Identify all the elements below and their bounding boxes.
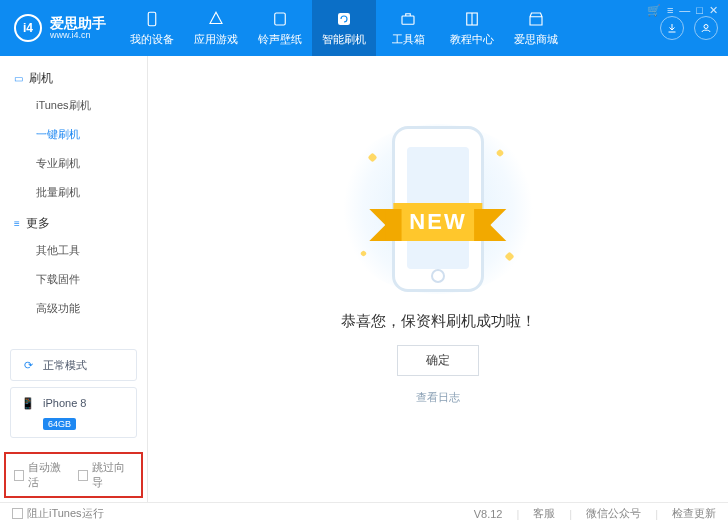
refresh-small-icon: ⟳ — [20, 357, 36, 373]
brand-logo: i4 爱思助手 www.i4.cn — [14, 14, 106, 42]
sidebar-item-advanced[interactable]: 高级功能 — [0, 294, 147, 323]
version-label: V8.12 — [474, 508, 503, 520]
options-row: 自动激活 跳过向导 — [4, 452, 143, 498]
svg-rect-3 — [402, 16, 414, 24]
music-icon — [270, 9, 290, 29]
auto-activate-checkbox[interactable]: 自动激活 — [14, 460, 70, 490]
header-right — [660, 16, 718, 40]
checkbox-label: 阻止iTunes运行 — [27, 506, 104, 521]
check-update-link[interactable]: 检查更新 — [672, 506, 716, 521]
mode-label: 正常模式 — [43, 358, 87, 373]
window-controls: 🛒 ≡ — □ ✕ — [647, 4, 718, 17]
nav-label: 应用游戏 — [194, 32, 238, 47]
status-bar: 阻止iTunes运行 V8.12 | 客服 | 微信公众号 | 检查更新 — [0, 502, 728, 524]
svg-rect-0 — [148, 12, 156, 26]
brand-name: 爱思助手 — [50, 16, 106, 30]
menu-icon[interactable]: ≡ — [667, 4, 673, 17]
brand-url: www.i4.cn — [50, 30, 106, 40]
storage-badge: 64GB — [43, 418, 76, 430]
nav-label: 教程中心 — [450, 32, 494, 47]
new-ribbon: NEW — [393, 203, 482, 241]
svg-point-5 — [704, 25, 708, 29]
sidebar-item-download-firmware[interactable]: 下载固件 — [0, 265, 147, 294]
block-itunes-checkbox[interactable]: 阻止iTunes运行 — [12, 506, 104, 521]
sidebar-item-oneclick-flash[interactable]: 一键刷机 — [0, 120, 147, 149]
nav-flash[interactable]: 智能刷机 — [312, 0, 376, 56]
store-icon — [526, 9, 546, 29]
ok-button[interactable]: 确定 — [397, 345, 479, 376]
checkbox-icon — [12, 508, 23, 519]
phone-icon — [142, 9, 162, 29]
mode-indicator[interactable]: ⟳ 正常模式 — [10, 349, 137, 381]
group-title: 刷机 — [29, 70, 53, 87]
minimize-icon[interactable]: — — [679, 4, 690, 17]
checkbox-icon — [78, 470, 88, 481]
sidebar-item-pro-flash[interactable]: 专业刷机 — [0, 149, 147, 178]
success-illustration: NEW — [333, 124, 543, 294]
nav-ringtones[interactable]: 铃声壁纸 — [248, 0, 312, 56]
apps-icon — [206, 9, 226, 29]
book-icon — [462, 9, 482, 29]
collapse-icon: ▭ — [14, 73, 23, 84]
nav-my-device[interactable]: 我的设备 — [120, 0, 184, 56]
top-nav: 我的设备 应用游戏 铃声壁纸 智能刷机 工具箱 教程中心 爱思商城 — [120, 0, 568, 56]
nav-label: 工具箱 — [392, 32, 425, 47]
collapse-icon: ≡ — [14, 218, 20, 229]
sidebar-bottom: ⟳ 正常模式 📱 iPhone 8 64GB — [0, 341, 147, 452]
nav-toolbox[interactable]: 工具箱 — [376, 0, 440, 56]
sidebar-group-flash[interactable]: ▭ 刷机 — [0, 62, 147, 91]
refresh-icon — [334, 9, 354, 29]
footer-right: V8.12 | 客服 | 微信公众号 | 检查更新 — [474, 506, 716, 521]
logo-badge: i4 — [14, 14, 42, 42]
sidebar-item-batch-flash[interactable]: 批量刷机 — [0, 178, 147, 207]
device-indicator[interactable]: 📱 iPhone 8 64GB — [10, 387, 137, 438]
close-icon[interactable]: ✕ — [709, 4, 718, 17]
nav-store[interactable]: 爱思商城 — [504, 0, 568, 56]
checkbox-icon — [14, 470, 24, 481]
nav-tutorials[interactable]: 教程中心 — [440, 0, 504, 56]
skip-guide-checkbox[interactable]: 跳过向导 — [78, 460, 134, 490]
sidebar-group-more[interactable]: ≡ 更多 — [0, 207, 147, 236]
maximize-icon[interactable]: □ — [696, 4, 703, 17]
checkbox-label: 自动激活 — [28, 460, 69, 490]
sidebar-list: ▭ 刷机 iTunes刷机 一键刷机 专业刷机 批量刷机 ≡ 更多 其他工具 下… — [0, 56, 147, 341]
nav-label: 铃声壁纸 — [258, 32, 302, 47]
ribbon-text: NEW — [393, 203, 482, 241]
main-panel: NEW 恭喜您，保资料刷机成功啦！ 确定 查看日志 — [148, 56, 728, 502]
sidebar: ▭ 刷机 iTunes刷机 一键刷机 专业刷机 批量刷机 ≡ 更多 其他工具 下… — [0, 56, 148, 502]
view-log-link[interactable]: 查看日志 — [416, 390, 460, 405]
wechat-link[interactable]: 微信公众号 — [586, 506, 641, 521]
device-phone-icon: 📱 — [20, 395, 36, 411]
nav-label: 智能刷机 — [322, 32, 366, 47]
device-name: iPhone 8 — [43, 397, 86, 409]
nav-label: 我的设备 — [130, 32, 174, 47]
cart-icon[interactable]: 🛒 — [647, 4, 661, 17]
user-button[interactable] — [694, 16, 718, 40]
checkbox-label: 跳过向导 — [92, 460, 133, 490]
svg-rect-1 — [275, 13, 286, 25]
support-link[interactable]: 客服 — [533, 506, 555, 521]
sidebar-item-itunes-flash[interactable]: iTunes刷机 — [0, 91, 147, 120]
nav-label: 爱思商城 — [514, 32, 558, 47]
group-title: 更多 — [26, 215, 50, 232]
app-header: 🛒 ≡ — □ ✕ i4 爱思助手 www.i4.cn 我的设备 应用游戏 铃声… — [0, 0, 728, 56]
success-message: 恭喜您，保资料刷机成功啦！ — [341, 312, 536, 331]
download-button[interactable] — [660, 16, 684, 40]
toolbox-icon — [398, 9, 418, 29]
app-body: ▭ 刷机 iTunes刷机 一键刷机 专业刷机 批量刷机 ≡ 更多 其他工具 下… — [0, 56, 728, 502]
nav-apps[interactable]: 应用游戏 — [184, 0, 248, 56]
svg-rect-2 — [338, 13, 350, 25]
sidebar-item-other-tools[interactable]: 其他工具 — [0, 236, 147, 265]
